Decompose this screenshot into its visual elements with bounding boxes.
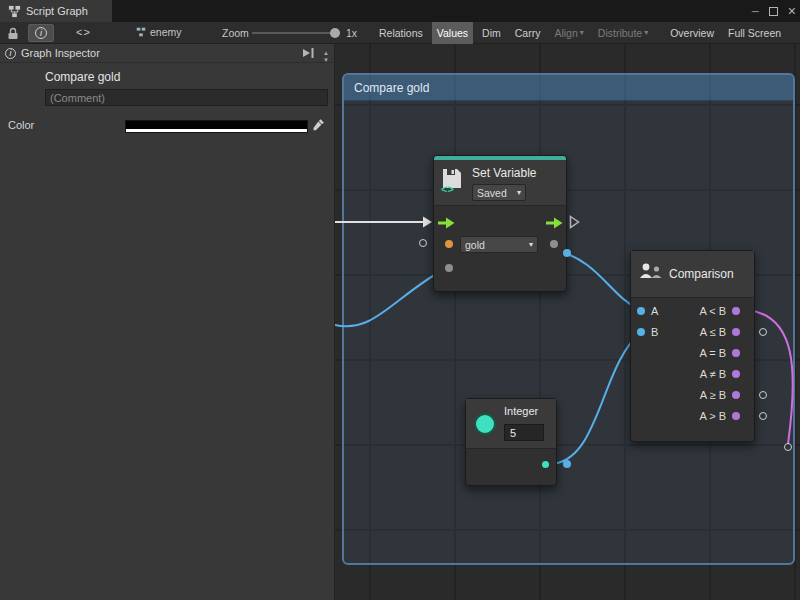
inspector-toggle-button[interactable]: i: [28, 24, 54, 42]
unconnected-port-circle[interactable]: [759, 391, 767, 399]
output-port-a-lt-b[interactable]: [732, 307, 740, 315]
dock-arrow-icon[interactable]: [302, 47, 315, 59]
flow-in-port[interactable]: [438, 217, 455, 229]
unconnected-port-circle[interactable]: [784, 443, 792, 451]
overview-button[interactable]: Overview: [665, 22, 719, 44]
node-set-variable[interactable]: <> Set Variable Saved ▾ gold ▾: [433, 155, 567, 292]
maximize-button[interactable]: [769, 7, 778, 16]
flow-out-triangle[interactable]: [569, 215, 580, 229]
wire-endpoint-dot[interactable]: [563, 460, 571, 468]
node-title: Set Variable: [472, 166, 536, 180]
wire-endpoint-dot[interactable]: [563, 249, 571, 257]
comparison-row: A A < B: [631, 301, 754, 322]
value-out-port[interactable]: [550, 240, 558, 248]
lock-icon[interactable]: [7, 27, 19, 40]
set-variable-header[interactable]: <> Set Variable Saved ▾: [434, 160, 566, 206]
comparison-row: A > B: [631, 406, 754, 427]
align-label: Align: [554, 27, 577, 39]
node-integer[interactable]: Integer 5: [465, 398, 557, 486]
graph-inspector-panel: i Graph Inspector ▲▼ Compare gold Color: [0, 44, 335, 600]
flow-out-port[interactable]: [546, 217, 563, 229]
inspector-header-label: Graph Inspector: [21, 47, 100, 59]
info-icon: i: [5, 48, 16, 59]
output-label: A ≤ B: [700, 326, 726, 338]
integer-type-icon: [474, 413, 496, 435]
variable-name-value: gold: [465, 239, 485, 251]
output-port-a-gt-b[interactable]: [732, 412, 740, 420]
node-title: Integer: [504, 405, 538, 417]
chevron-down-icon: ▾: [517, 189, 521, 197]
window-tab-bar: Script Graph ─ ×: [0, 0, 800, 22]
scroll-spinner[interactable]: ▲▼: [319, 44, 333, 68]
color-label: Color: [8, 119, 34, 131]
align-button[interactable]: Align ▾: [549, 22, 588, 44]
graph-asset-icon: [136, 27, 146, 37]
carry-button[interactable]: Carry: [510, 22, 546, 44]
variable-kind-dropdown[interactable]: Saved ▾: [472, 184, 526, 201]
group-header[interactable]: Compare gold: [344, 75, 793, 101]
zoom-slider[interactable]: [252, 22, 340, 44]
relations-button[interactable]: Relations: [374, 22, 428, 44]
chevron-down-icon: ▾: [644, 29, 648, 37]
input-port-a[interactable]: [637, 307, 645, 315]
zoom-label: Zoom: [222, 27, 249, 39]
color-swatch[interactable]: [125, 120, 308, 133]
minimize-button[interactable]: ─: [752, 6, 759, 17]
zoom-slider-track: [252, 32, 340, 34]
group-title: Compare gold: [354, 81, 429, 95]
output-port-a-eq-b[interactable]: [732, 349, 740, 357]
svg-text:<>: <>: [441, 183, 454, 194]
output-label: A > B: [699, 410, 726, 422]
variable-name-port[interactable]: [445, 240, 453, 248]
script-graph-icon: [8, 5, 21, 18]
node-title: Comparison: [669, 267, 734, 281]
eyedropper-icon[interactable]: [312, 118, 325, 131]
graph-inspector-header[interactable]: i Graph Inspector ▲▼: [0, 44, 335, 63]
comparison-row: B A ≤ B: [631, 322, 754, 343]
info-icon: i: [35, 27, 47, 39]
chevron-down-icon: ▾: [529, 241, 533, 249]
input-label: B: [651, 326, 658, 338]
values-button[interactable]: Values: [432, 22, 473, 44]
distribute-button[interactable]: Distribute ▾: [593, 22, 653, 44]
code-icon[interactable]: <>: [76, 26, 91, 38]
unconnected-port-circle[interactable]: [759, 328, 767, 336]
comparison-icon: [639, 262, 663, 282]
integer-value: 5: [510, 427, 516, 439]
tab-label: Script Graph: [26, 5, 88, 17]
input-label: A: [651, 305, 658, 317]
zoom-value: 1x: [346, 27, 357, 39]
unconnected-port-circle[interactable]: [759, 412, 767, 420]
comparison-row: A ≠ B: [631, 364, 754, 385]
output-label: A ≠ B: [700, 368, 726, 380]
output-port-a-lte-b[interactable]: [732, 328, 740, 336]
output-port-a-neq-b[interactable]: [732, 370, 740, 378]
output-label: A ≥ B: [700, 389, 726, 401]
output-label: A < B: [699, 305, 726, 317]
inspector-graph-title: Compare gold: [45, 70, 120, 84]
fullscreen-button[interactable]: Full Screen: [723, 22, 786, 44]
save-variable-icon: <>: [440, 168, 464, 194]
comparison-row: A ≥ B: [631, 385, 754, 406]
chevron-down-icon: ▾: [580, 29, 584, 37]
window-controls: ─ ×: [752, 0, 796, 22]
comparison-row: A = B: [631, 343, 754, 364]
dim-button[interactable]: Dim: [477, 22, 506, 44]
variable-select-dropdown[interactable]: gold ▾: [460, 236, 538, 253]
close-button[interactable]: ×: [788, 0, 796, 22]
integer-value-field[interactable]: 5: [504, 424, 544, 441]
comment-input[interactable]: [45, 89, 328, 106]
input-port-b[interactable]: [637, 328, 645, 336]
node-comparison[interactable]: Comparison A A < B B A ≤ B A = B A ≠ B: [630, 250, 755, 442]
output-port-a-gte-b[interactable]: [732, 391, 740, 399]
color-value-area: [126, 121, 307, 129]
integer-out-port[interactable]: [542, 461, 549, 468]
unconnected-port-circle[interactable]: [419, 239, 427, 247]
comparison-header[interactable]: Comparison: [631, 251, 754, 298]
tab-script-graph[interactable]: Script Graph: [0, 0, 112, 22]
integer-header[interactable]: Integer 5: [466, 399, 556, 449]
graph-reference[interactable]: enemy: [136, 26, 182, 38]
zoom-slider-handle[interactable]: [330, 28, 340, 38]
value-in-port[interactable]: [445, 264, 453, 272]
graph-toolbar: i <> enemy Zoom 1x Relations Values Dim …: [0, 22, 800, 44]
